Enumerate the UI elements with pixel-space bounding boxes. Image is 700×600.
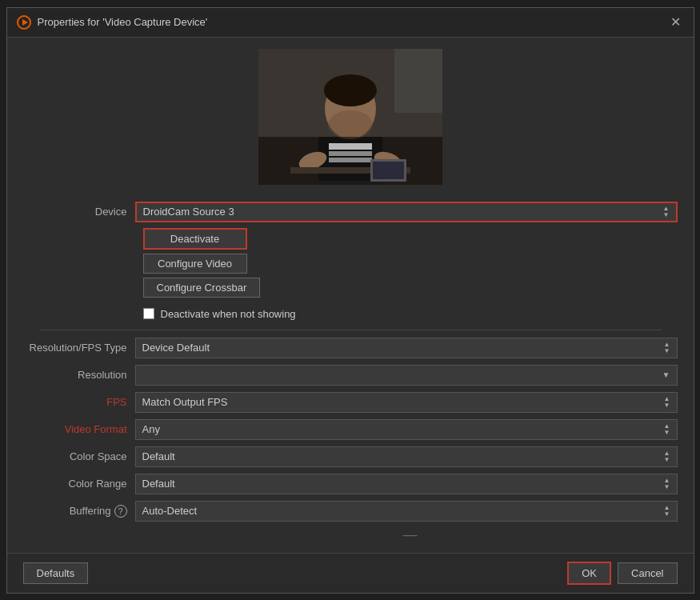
field-spinner-2[interactable]: ▲▼ — [664, 396, 670, 409]
field-row-2: FPSMatch Output FPS▲▼ — [23, 391, 678, 414]
svg-rect-17 — [373, 162, 404, 179]
svg-point-14 — [328, 110, 373, 139]
help-icon[interactable]: ? — [114, 505, 127, 518]
field-down-2[interactable]: ▼ — [664, 402, 670, 409]
field-row-4: Color SpaceDefault▲▼ — [23, 446, 678, 468]
field-spinner-4[interactable]: ▲▼ — [664, 450, 670, 463]
field-dropdown-arrow-1[interactable]: ▼ — [662, 370, 670, 379]
field-spinner-3[interactable]: ▲▼ — [664, 423, 670, 436]
title-bar: Properties for 'Video Capture Device' ✕ — [7, 8, 694, 38]
field-control-0[interactable]: Device Default▲▼ — [135, 338, 678, 358]
field-value-5: Default — [142, 478, 661, 490]
field-control-3[interactable]: Any▲▼ — [135, 419, 678, 440]
action-buttons: Deactivate Configure Video Configure Cro… — [143, 228, 678, 302]
field-row-1: Resolution▼ — [23, 364, 678, 386]
field-down-4[interactable]: ▼ — [664, 457, 670, 463]
field-row-3: Video FormatAny▲▼ — [23, 418, 678, 441]
svg-rect-18 — [394, 49, 442, 113]
svg-rect-11 — [329, 158, 372, 162]
field-value-4: Default — [142, 450, 661, 462]
footer: Defaults OK Cancel — [7, 553, 694, 593]
dialog-icon — [17, 15, 31, 30]
deactivate-checkbox[interactable] — [143, 308, 154, 319]
device-spinner[interactable]: ▲ ▼ — [663, 206, 670, 218]
field-control-6[interactable]: Auto-Detect▲▼ — [135, 501, 678, 522]
separator — [39, 330, 662, 330]
extra-separator: — — [143, 527, 678, 542]
properties-dialog: Properties for 'Video Capture Device' ✕ — [6, 7, 694, 594]
field-value-2: Match Output FPS — [142, 396, 661, 408]
close-button[interactable]: ✕ — [668, 14, 684, 30]
field-label-1: Resolution — [23, 369, 135, 381]
deactivate-button[interactable]: Deactivate — [143, 228, 247, 250]
field-value-6: Auto-Detect — [142, 505, 661, 517]
field-spinner-0[interactable]: ▲▼ — [664, 342, 670, 354]
defaults-button[interactable]: Defaults — [23, 562, 89, 584]
footer-left: Defaults — [23, 562, 562, 584]
field-down-0[interactable]: ▼ — [664, 348, 670, 354]
dialog-title: Properties for 'Video Capture Device' — [38, 16, 668, 28]
field-label-3: Video Format — [23, 423, 135, 435]
field-control-1[interactable]: ▼ — [135, 365, 678, 386]
deactivate-checkbox-label: Deactivate when not showing — [161, 308, 296, 320]
preview-area — [7, 38, 694, 193]
field-spinner-6[interactable]: ▲▼ — [664, 505, 670, 518]
configure-crossbar-button[interactable]: Configure Crossbar — [143, 278, 261, 298]
field-value-0: Device Default — [142, 342, 661, 354]
ok-button[interactable]: OK — [567, 562, 611, 585]
device-row: Device DroidCam Source 3 ▲ ▼ — [23, 201, 678, 223]
field-label-4: Color Space — [23, 450, 135, 462]
field-down-5[interactable]: ▼ — [664, 484, 670, 490]
camera-preview-inner — [258, 49, 442, 185]
device-down-arrow[interactable]: ▼ — [663, 212, 670, 218]
device-dropdown[interactable]: DroidCam Source 3 ▲ ▼ — [135, 202, 678, 222]
field-value-3: Any — [142, 423, 661, 435]
field-down-3[interactable]: ▼ — [664, 430, 670, 436]
field-row-0: Resolution/FPS TypeDevice Default▲▼ — [23, 337, 678, 359]
svg-point-19 — [324, 74, 377, 106]
field-label-5: Color Range — [23, 478, 135, 490]
device-label: Device — [23, 206, 135, 218]
field-control-2[interactable]: Match Output FPS▲▼ — [135, 392, 678, 413]
svg-rect-9 — [329, 143, 372, 150]
fields-container: Resolution/FPS TypeDevice Default▲▼Resol… — [23, 337, 678, 522]
svg-marker-1 — [22, 19, 28, 26]
content-area: Device DroidCam Source 3 ▲ ▼ Deactivate … — [7, 193, 694, 553]
field-control-5[interactable]: Default▲▼ — [135, 474, 678, 494]
field-row-5: Color RangeDefault▲▼ — [23, 473, 678, 495]
cancel-button[interactable]: Cancel — [618, 562, 677, 584]
configure-video-button[interactable]: Configure Video — [143, 254, 247, 274]
field-label-6: Buffering? — [23, 505, 135, 518]
camera-preview — [258, 49, 442, 185]
deactivate-checkbox-row: Deactivate when not showing — [143, 308, 678, 320]
device-value: DroidCam Source 3 — [143, 206, 660, 218]
svg-rect-10 — [329, 151, 372, 156]
field-down-6[interactable]: ▼ — [664, 511, 670, 518]
field-control-4[interactable]: Default▲▼ — [135, 446, 678, 467]
field-row-6: Buffering?Auto-Detect▲▼ — [23, 500, 678, 522]
field-spinner-5[interactable]: ▲▼ — [664, 478, 670, 490]
field-label-0: Resolution/FPS Type — [23, 342, 135, 354]
field-label-2: FPS — [23, 396, 135, 408]
